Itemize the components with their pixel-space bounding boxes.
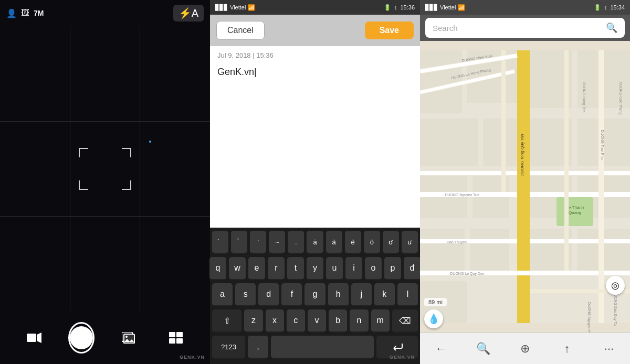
locate-icon: 💧 xyxy=(428,313,439,325)
svg-rect-9 xyxy=(176,338,183,344)
key-k[interactable]: k xyxy=(374,283,395,306)
key-n[interactable]: n xyxy=(350,309,368,333)
grid-line-v2 xyxy=(140,26,140,312)
key-comma[interactable]: , xyxy=(248,336,268,359)
num-key[interactable]: ?123 xyxy=(212,336,245,359)
map-panel: ▊▊▊ Viettel 📶 🔋 ↕ 15:34 Search 🔍 xyxy=(420,0,630,364)
map-carrier: Viettel xyxy=(440,4,456,10)
bracket-tl xyxy=(79,148,88,157)
key-o[interactable]: o xyxy=(365,257,382,280)
image-icon[interactable]: 🖼 xyxy=(21,8,29,18)
map-scale: 89 mi xyxy=(424,298,447,306)
key-abreve[interactable]: ă xyxy=(307,231,323,254)
key-uhorn[interactable]: ư xyxy=(402,231,418,254)
gallery-button[interactable] xyxy=(116,325,142,351)
svg-rect-17 xyxy=(420,229,465,271)
key-x[interactable]: x xyxy=(266,309,284,333)
key-dot[interactable]: . xyxy=(288,231,304,254)
key-u[interactable]: u xyxy=(326,257,343,280)
svg-text:DUONG Nguyen Trai: DUONG Nguyen Trai xyxy=(445,193,479,197)
focus-dot xyxy=(149,141,151,143)
svg-rect-6 xyxy=(169,332,175,337)
camera-viewfinder xyxy=(0,26,210,312)
svg-rect-13 xyxy=(420,119,478,166)
camera-panel: 👤 🖼 7M ⚡A xyxy=(0,0,210,364)
key-i[interactable]: i xyxy=(345,257,362,280)
backspace-key[interactable]: ⌫ xyxy=(392,309,418,333)
map-back-button[interactable]: ← xyxy=(428,336,454,362)
note-status-left: ▊▊▊ Viettel 📶 xyxy=(215,4,255,11)
note-panel: ▊▊▊ Viettel 📶 🔋 ↕ 15:36 Cancel Save Jul … xyxy=(210,0,420,364)
key-j[interactable]: j xyxy=(351,283,372,306)
svg-text:DUONG Hang Tha: DUONG Hang Tha xyxy=(582,82,586,113)
key-s[interactable]: s xyxy=(235,283,256,306)
key-acircum[interactable]: â xyxy=(326,231,342,254)
key-w[interactable]: w xyxy=(229,257,246,280)
note-wifi-icon: 📶 xyxy=(248,4,255,11)
cancel-button[interactable]: Cancel xyxy=(216,21,265,40)
map-compass-button[interactable]: ◎ xyxy=(606,276,625,295)
filters-button[interactable] xyxy=(163,325,189,351)
key-d[interactable]: d xyxy=(258,283,279,306)
bracket-tr xyxy=(122,148,131,157)
key-e[interactable]: e xyxy=(248,257,265,280)
person-icon[interactable]: 👤 xyxy=(6,8,17,18)
map-search-field[interactable]: Search 🔍 xyxy=(425,18,625,38)
key-g[interactable]: g xyxy=(304,283,325,306)
key-ohorn[interactable]: ơ xyxy=(383,231,399,254)
key-p[interactable]: p xyxy=(384,257,401,280)
video-button[interactable] xyxy=(21,325,47,351)
svg-point-4 xyxy=(125,336,128,338)
map-mylocation-button[interactable]: ⊕ xyxy=(512,336,538,362)
key-v[interactable]: v xyxy=(308,309,326,333)
note-sync-icon: ↕ xyxy=(394,4,397,10)
bracket-bl xyxy=(79,180,88,190)
key-r[interactable]: r xyxy=(268,257,285,280)
svg-text:DUONG Tong Quy Tan: DUONG Tong Quy Tan xyxy=(520,134,524,176)
grid-line-v1 xyxy=(70,26,70,312)
keyboard-row3: ⇧ z x c v b n m ⌫ xyxy=(212,309,418,333)
save-button[interactable]: Save xyxy=(365,22,414,39)
keyboard: ̀ ̉ ' ~ . ă â ê ô ơ ư q w e r t y u i o … xyxy=(210,228,420,364)
note-time: 15:36 xyxy=(400,4,415,10)
note-watermark: GENK.VN xyxy=(390,355,415,360)
map-content[interactable]: Cv Thanh Quang DUONG Tong Quy Tan DUONG … xyxy=(420,41,630,333)
key-c[interactable]: c xyxy=(287,309,305,333)
key-l[interactable]: l xyxy=(397,283,418,306)
note-text-content[interactable]: GenK.vn xyxy=(210,62,420,228)
key-t[interactable]: t xyxy=(287,257,304,280)
svg-text:Quang: Quang xyxy=(569,210,581,215)
map-search-button[interactable]: 🔍 xyxy=(470,336,496,362)
map-bottom-bar: ← 🔍 ⊕ ↑ ··· xyxy=(420,333,630,364)
svg-rect-31 xyxy=(517,50,530,323)
shutter-button[interactable] xyxy=(68,325,94,351)
key-f[interactable]: f xyxy=(281,283,302,306)
svg-rect-39 xyxy=(420,239,517,243)
key-m[interactable]: m xyxy=(371,309,390,333)
space-key[interactable] xyxy=(271,336,374,359)
map-svg: Cv Thanh Quang DUONG Tong Quy Tan DUONG … xyxy=(420,41,630,333)
key-tilde[interactable]: ~ xyxy=(269,231,285,254)
key-a[interactable]: a xyxy=(212,283,233,306)
shift-key[interactable]: ⇧ xyxy=(212,309,242,333)
key-ocircum[interactable]: ô xyxy=(364,231,380,254)
map-more-button[interactable]: ··· xyxy=(596,336,622,362)
note-timestamp: Jul 9, 2018 | 15:36 xyxy=(210,46,420,62)
grid-line-h2 xyxy=(0,216,210,217)
note-toolbar: Cancel Save xyxy=(210,15,420,46)
key-ecircum[interactable]: ê xyxy=(345,231,361,254)
key-dbar[interactable]: đ xyxy=(404,257,421,280)
key-hook[interactable]: ̉ xyxy=(231,231,247,254)
mylocation-icon: ⊕ xyxy=(520,342,530,356)
flash-button[interactable]: ⚡A xyxy=(173,5,204,22)
key-grave[interactable]: ̀ xyxy=(212,231,228,254)
note-charge-icon: 🔋 xyxy=(384,4,391,11)
map-locate-button[interactable]: 💧 xyxy=(424,309,443,328)
key-b[interactable]: b xyxy=(329,309,347,333)
key-acute[interactable]: ' xyxy=(250,231,266,254)
key-h[interactable]: h xyxy=(328,283,349,306)
key-y[interactable]: y xyxy=(307,257,323,280)
key-q[interactable]: q xyxy=(209,257,226,280)
map-directions-button[interactable]: ↑ xyxy=(554,336,580,362)
key-z[interactable]: z xyxy=(244,309,262,333)
